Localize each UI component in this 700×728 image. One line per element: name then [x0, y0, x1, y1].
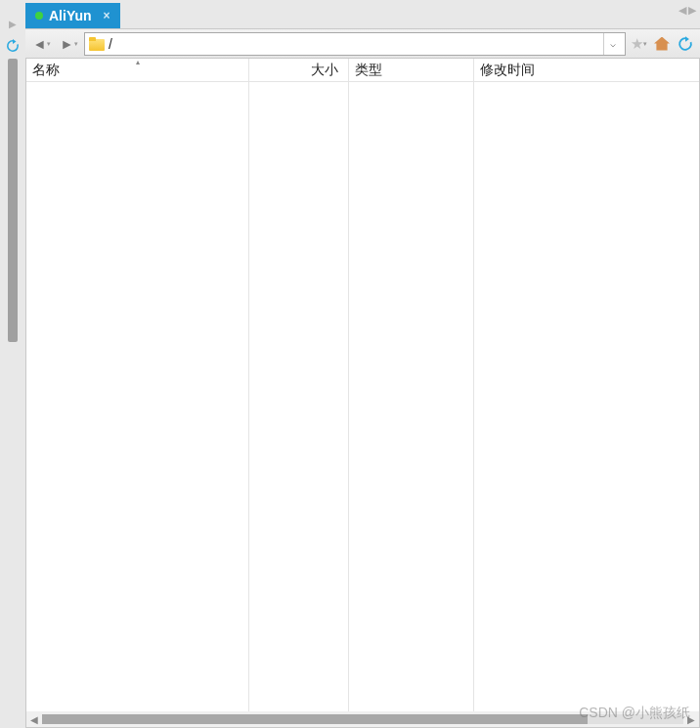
scroll-right-icon[interactable]: ▶	[687, 714, 695, 725]
back-button[interactable]: ◄▾	[29, 32, 55, 56]
sort-asc-icon: ▴	[136, 59, 140, 66]
chevron-down-icon: ▾	[47, 40, 51, 48]
refresh-icon	[677, 35, 694, 53]
tab-prev-icon[interactable]: ◀	[678, 4, 686, 17]
chevron-down-icon[interactable]: ⌵	[603, 33, 621, 55]
favorite-button[interactable]: ★▾	[628, 33, 649, 55]
column-header-type[interactable]: 类型	[349, 59, 474, 81]
refresh-button[interactable]	[675, 33, 696, 55]
column-headers: 名称 ▴ 大小 类型 修改时间	[26, 59, 699, 82]
scrollbar-track[interactable]	[42, 714, 683, 724]
arrow-right-icon: ►	[61, 36, 74, 52]
column-header-label: 类型	[355, 62, 382, 79]
horizontal-scrollbar: ◀ ▶	[26, 711, 699, 727]
tab-aliyun[interactable]: AliYun ×	[25, 3, 120, 28]
file-list-body[interactable]	[26, 82, 699, 711]
toolbar: ◄▾ ►▾ / ⌵ ★▾	[25, 29, 700, 59]
arrow-left-icon: ◄	[33, 36, 47, 52]
tab-label: AliYun	[49, 8, 92, 23]
folder-icon	[89, 37, 105, 51]
column-separator	[249, 82, 349, 711]
close-icon[interactable]: ×	[104, 9, 110, 22]
column-header-label: 名称	[32, 62, 60, 79]
refresh-icon[interactable]	[4, 37, 22, 55]
left-rail-top: ▶	[0, 0, 25, 57]
path-text: /	[109, 36, 599, 52]
expand-right-icon[interactable]: ▶	[9, 19, 17, 29]
left-rail: ▶	[0, 0, 25, 728]
column-header-name[interactable]: 名称 ▴	[26, 59, 249, 81]
scrollbar-thumb[interactable]	[42, 714, 588, 724]
home-button[interactable]	[651, 33, 673, 55]
column-header-label: 修改时间	[480, 62, 535, 79]
column-header-label: 大小	[311, 62, 338, 79]
tab-nav-arrows: ◀ ▶	[678, 4, 696, 17]
tab-strip: AliYun × ◀ ▶	[25, 0, 700, 29]
column-separator	[349, 82, 474, 711]
chevron-down-icon: ▾	[643, 40, 647, 48]
column-separator	[26, 82, 249, 711]
scroll-left-icon[interactable]: ◀	[30, 714, 38, 725]
path-combobox[interactable]: / ⌵	[84, 32, 626, 56]
status-dot-icon	[35, 12, 43, 20]
file-panel: 名称 ▴ 大小 类型 修改时间 ◀ ▶	[25, 59, 700, 728]
column-header-size[interactable]: 大小	[249, 59, 349, 81]
forward-button[interactable]: ►▾	[57, 32, 82, 56]
left-scrollbar-thumb[interactable]	[8, 59, 18, 342]
column-separator	[474, 82, 699, 711]
tab-next-icon[interactable]: ▶	[688, 4, 696, 17]
home-icon	[654, 37, 670, 51]
star-icon: ★	[631, 35, 643, 53]
column-header-modified[interactable]: 修改时间	[474, 59, 699, 81]
main-area: AliYun × ◀ ▶ ◄▾ ►▾ / ⌵ ★▾	[25, 0, 700, 728]
chevron-down-icon: ▾	[74, 40, 78, 48]
